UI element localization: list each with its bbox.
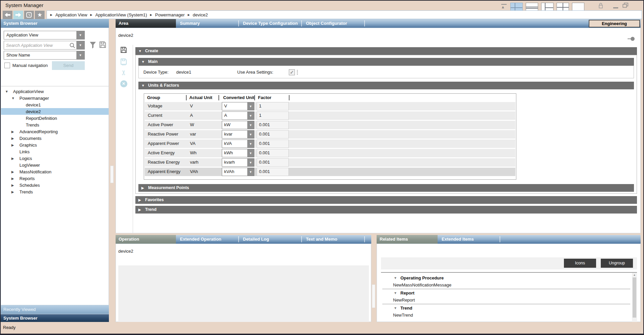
tree-item-reports[interactable]: ▶Reports [1, 175, 109, 182]
tree-item-powermanager[interactable]: ▼Powermanager [1, 95, 109, 101]
tree-item-logics[interactable]: ▶Logics [1, 155, 109, 162]
tree-item-device1[interactable]: device1 [1, 101, 109, 108]
tree-item-trends[interactable]: Trends [1, 121, 109, 128]
expander-icon[interactable]: ▼ [394, 276, 400, 280]
tab-extended-operation[interactable]: Extended Operation [177, 235, 239, 244]
converted-unit-select[interactable]: kW▼ [222, 121, 254, 129]
converted-unit-select[interactable]: kvarh▼ [222, 158, 254, 167]
column-separator[interactable] [254, 95, 255, 100]
layout-sidebar-button[interactable] [541, 3, 554, 11]
collapse-panes-icon[interactable]: ▲ [501, 4, 507, 9]
layout-four-pane-button[interactable] [510, 3, 523, 11]
units-row-apparent-energy[interactable]: Apparent EnergyVAhkVAh▼0.001 [145, 168, 515, 176]
search-input[interactable] [6, 42, 66, 49]
lock-icon[interactable] [598, 2, 603, 10]
converted-unit-select[interactable]: A▼ [222, 111, 254, 120]
chevron-down-icon[interactable]: ▼ [247, 149, 254, 157]
engineering-mode-button[interactable]: Engineering [589, 20, 640, 27]
tree-expander-icon[interactable]: ▶ [11, 143, 19, 147]
tab-device-type-configuration[interactable]: Device Type Configuration [240, 19, 302, 28]
search-options-dropdown[interactable]: ▼ [77, 41, 85, 50]
factor-field[interactable]: 0.001 [257, 121, 289, 129]
tree-item-reportdefinition[interactable]: ReportDefinition [1, 115, 109, 121]
breadcrumb-item-powermanager[interactable]: Powermanager [155, 12, 185, 17]
factor-field[interactable]: 0.001 [257, 140, 289, 148]
converted-unit-select[interactable]: V▼ [222, 102, 254, 110]
layout-single-pane-button[interactable] [572, 3, 584, 11]
display-mode-selector[interactable]: Show Name ▼ [4, 51, 85, 60]
column-separator[interactable] [289, 95, 289, 100]
tab-summary[interactable]: Summary [177, 19, 239, 28]
tree-expander-icon[interactable]: ▶ [11, 177, 19, 180]
tree-item-links[interactable]: Links [1, 148, 109, 155]
units-row-active-energy[interactable]: Active EnergyWhkWh▼0.001 [145, 149, 515, 157]
related-group-operating-procedure[interactable]: ▼Operating Procedure [381, 274, 632, 281]
breadcrumb[interactable]: ▶ Application View▶ApplicationView (Syst… [47, 10, 642, 19]
ungroup-button[interactable]: Ungroup [601, 259, 633, 268]
scroll-up-icon[interactable]: ▲ [632, 273, 637, 276]
filter-icon[interactable] [89, 41, 96, 50]
cut-scissors-icon[interactable]: ✂ [119, 68, 128, 77]
converted-unit-select[interactable]: kVA▼ [222, 140, 254, 148]
related-item-newreport[interactable]: NewReport [381, 297, 632, 304]
tree-expander-icon[interactable]: ▶ [11, 137, 19, 140]
section-header-measurement-points[interactable]: ▶Measurement Points [138, 184, 634, 192]
tree-expander-icon[interactable]: ▼ [11, 96, 19, 100]
tree-item-massnotification[interactable]: ▶MassNotification [1, 168, 109, 175]
chevron-down-icon[interactable]: ▼ [76, 41, 84, 49]
factor-field[interactable]: 0.001 [257, 130, 289, 139]
chevron-down-icon[interactable]: ▼ [247, 159, 254, 166]
tree-item-graphics[interactable]: ▶Graphics [1, 142, 109, 148]
recently-viewed-button[interactable] [24, 11, 34, 19]
manual-navigation-checkbox[interactable] [4, 63, 10, 68]
tree-expander-icon[interactable]: ▶ [11, 183, 19, 187]
converted-unit-select[interactable]: kvar▼ [222, 130, 254, 139]
related-group-trend[interactable]: ▼Trend [381, 304, 632, 312]
layout-rows-button[interactable] [526, 3, 538, 11]
use-area-settings-checkbox[interactable]: ✓ [289, 69, 295, 75]
chevron-down-icon[interactable]: ▼ [247, 168, 254, 176]
section-header-create[interactable]: ▼Create [135, 47, 637, 55]
factor-field[interactable]: 0.001 [257, 149, 289, 157]
tab-object-configurator[interactable]: Object Configurator [303, 19, 365, 28]
section-header-trend[interactable]: ▶Trend [135, 206, 637, 214]
bottom-splitter[interactable] [371, 235, 377, 322]
section-header-favorites[interactable]: ▶Favorites [135, 196, 637, 204]
restore-button[interactable] [623, 3, 629, 9]
chevron-down-icon[interactable]: ▼ [247, 112, 254, 119]
units-row-voltage[interactable]: VoltageVV▼1 [145, 102, 515, 110]
units-row-reactive-power[interactable]: Reactive Powervarkvar▼0.001 [145, 130, 515, 139]
related-item-newtrend[interactable]: NewTrend [381, 312, 632, 319]
back-button[interactable] [3, 11, 12, 19]
tree-item-device2[interactable]: device2 [1, 108, 109, 115]
sidebar-splitter[interactable] [109, 19, 116, 322]
units-row-reactive-energy[interactable]: Reactive Energyvarhkvarh▼0.001 [145, 158, 515, 167]
tree-item-schedules[interactable]: ▶Schedules [1, 182, 109, 188]
pin-icon[interactable] [628, 37, 635, 41]
favorites-star-button[interactable]: ★ [35, 11, 45, 19]
delete-icon[interactable]: ✕ [119, 79, 128, 88]
chevron-down-icon[interactable]: ▼ [247, 102, 254, 110]
factor-field[interactable]: 1 [257, 102, 289, 110]
units-row-active-power[interactable]: Active PowerWkW▼0.001 [145, 121, 515, 129]
breadcrumb-item-applicationview-system1-[interactable]: ApplicationView (System1) [95, 12, 147, 17]
save-all-icon[interactable] [119, 58, 128, 66]
expander-icon[interactable]: ▼ [394, 291, 400, 295]
tab-operation[interactable]: Operation [116, 235, 176, 244]
breadcrumb-item-device2[interactable]: device2 [193, 12, 208, 17]
chevron-down-icon[interactable]: ▼ [76, 51, 84, 59]
tree-item-documents[interactable]: ▶Documents [1, 135, 109, 142]
tree-item-applicationview[interactable]: ▼ApplicationView [1, 88, 109, 95]
send-button[interactable]: Send [52, 61, 85, 70]
tree-expander-icon[interactable]: ▶ [11, 130, 19, 134]
factor-field[interactable]: 0.001 [257, 158, 289, 167]
splitter-handle[interactable] [372, 284, 375, 308]
factor-field[interactable]: 0.001 [257, 168, 289, 176]
tree-item-advancedreporting[interactable]: ▶AdvancedReporting [1, 128, 109, 135]
breadcrumb-item-application-view[interactable]: Application View [55, 12, 87, 17]
chevron-down-icon[interactable]: ▼ [247, 140, 254, 148]
save-icon[interactable] [119, 46, 128, 54]
forward-button[interactable] [13, 11, 23, 19]
tab-extended-items[interactable]: Extended Items [439, 235, 500, 244]
tree-expander-icon[interactable]: ▶ [11, 170, 19, 174]
